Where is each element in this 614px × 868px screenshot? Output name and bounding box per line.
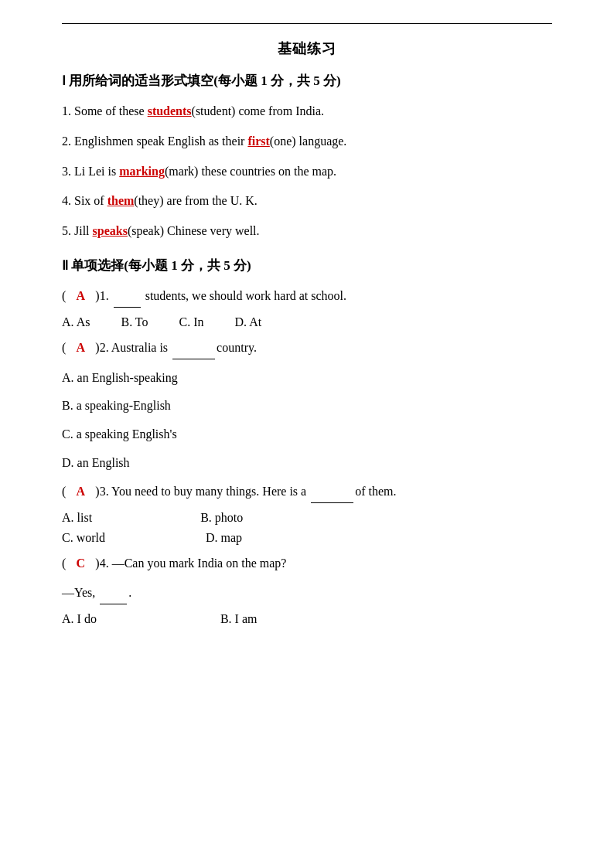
- mc3-options-row2: C. world D. map: [62, 531, 552, 545]
- mc3-paren-right: )3. You need to buy many things. Here is…: [92, 485, 309, 498]
- q4-hint: (they) are from the U. K.: [134, 194, 258, 207]
- mc4-paren-right: )4. —Can you mark India on the map?: [92, 557, 286, 570]
- section2-label: Ⅱ 单项选择(每小题 1 分，共 5 分): [62, 258, 251, 273]
- mc-question-4: ( C )4. —Can you mark India on the map?: [62, 553, 552, 575]
- fill-question-1: 1. Some of these students(student) come …: [62, 100, 552, 123]
- q2-answer: first: [247, 134, 269, 148]
- mc4-period: .: [128, 586, 131, 599]
- section2-heading: Ⅱ 单项选择(每小题 1 分，共 5 分): [62, 257, 552, 274]
- mc4-option-b: B. I am: [220, 612, 258, 626]
- mc3-blank: [311, 502, 353, 503]
- section1-heading: Ⅰ 用所给词的适当形式填空(每小题 1 分，共 5 分): [62, 72, 552, 90]
- mc3-options-row1: A. list B. photo: [62, 511, 552, 525]
- top-divider: [62, 23, 552, 24]
- mc1-option-c: C. In: [179, 315, 204, 329]
- q2-text: 2. Englishmen speak English as their: [62, 134, 247, 148]
- mc2-blank: [172, 359, 215, 359]
- mc1-paren-right: )1.: [92, 289, 111, 302]
- mc4-sub-question: —Yes, .: [62, 582, 552, 604]
- mc4-options: A. I do B. I am: [62, 612, 552, 626]
- q4-text: 4. Six of: [62, 194, 107, 207]
- mc4-paren-left: (: [62, 557, 69, 570]
- mc3-option-b: B. photo: [200, 511, 243, 525]
- mc1-options: A. As B. To C. In D. At: [62, 315, 552, 329]
- mc2-paren-left: (: [62, 341, 69, 354]
- mc3-paren-left: (: [62, 485, 69, 498]
- mc2-answer: A: [69, 337, 92, 359]
- q1-answer: students: [148, 104, 192, 117]
- mc4-option-a: A. I do: [62, 612, 97, 626]
- mc1-paren-left: (: [62, 289, 69, 302]
- q5-hint: (speak) Chinese very well.: [128, 224, 260, 237]
- mc-question-2: ( A )2. Australia is country.: [62, 337, 552, 359]
- q1-hint: (student) come from India.: [192, 104, 325, 117]
- q4-answer: them: [107, 194, 135, 207]
- mc1-option-b: B. To: [121, 315, 148, 329]
- mc2-option-d: D. an English: [62, 452, 552, 475]
- q1-number: 1. Some of these: [62, 104, 148, 117]
- fill-question-4: 4. Six of them(they) are from the U. K.: [62, 190, 552, 213]
- mc1-answer: A: [69, 285, 92, 308]
- q5-text: 5. Jill: [62, 224, 93, 237]
- mc3-option-a: A. list: [62, 511, 92, 525]
- mc3-option-d: D. map: [206, 531, 242, 545]
- mc1-option-d: D. At: [235, 315, 262, 329]
- q5-answer: speaks: [93, 224, 128, 237]
- mc2-paren-right: )2. Australia is: [92, 341, 171, 354]
- mc3-text: of them.: [355, 485, 396, 498]
- fill-question-3: 3. Li Lei is marking(mark) these countri…: [62, 161, 552, 183]
- mc2-option-a: A. an English-speaking: [62, 367, 552, 390]
- mc4-answer: C: [69, 553, 92, 575]
- q3-answer: marking: [119, 165, 165, 178]
- mc-question-1: ( A )1. students, we should work hard at…: [62, 285, 552, 308]
- fill-question-5: 5. Jill speaks(speak) Chinese very well.: [62, 220, 552, 243]
- mc4-sub-text: —Yes,: [62, 586, 98, 599]
- q3-hint: (mark) these countries on the map.: [165, 165, 336, 178]
- mc2-text: country.: [217, 341, 257, 354]
- mc-question-3: ( A )3. You need to buy many things. Her…: [62, 481, 552, 503]
- fill-question-2: 2. Englishmen speak English as their fir…: [62, 131, 552, 153]
- mc3-option-c: C. world: [62, 531, 105, 545]
- q2-hint: (one) language.: [270, 134, 347, 148]
- mc1-blank: [114, 307, 141, 308]
- mc4-blank: [100, 604, 127, 604]
- mc3-answer: A: [69, 481, 92, 503]
- mc1-option-a: A. As: [62, 315, 90, 329]
- section1-label: Ⅰ 用所给词的适当形式填空(每小题 1 分，共 5 分): [62, 73, 341, 88]
- main-title: 基础练习: [62, 39, 552, 58]
- q3-text: 3. Li Lei is: [62, 165, 119, 178]
- mc1-text: students, we should work hard at school.: [142, 289, 346, 302]
- mc2-option-b: B. a speaking-English: [62, 395, 552, 417]
- mc2-option-c: C. a speaking English's: [62, 424, 552, 446]
